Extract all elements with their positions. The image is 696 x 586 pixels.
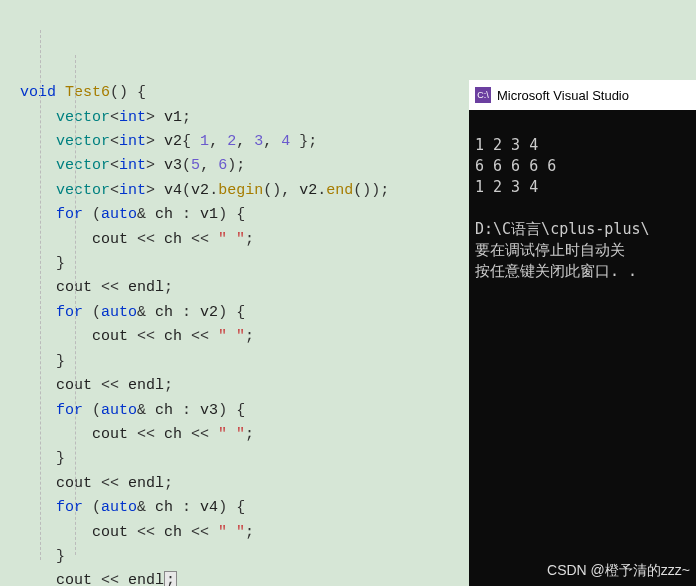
console-title-bar[interactable]: C:\ Microsoft Visual Studio	[469, 80, 696, 110]
output-line: 要在调试停止时自动关	[475, 241, 625, 259]
indent-guide	[40, 30, 41, 560]
indent-guide	[75, 55, 76, 555]
output-line: 1 2 3 4	[475, 136, 538, 154]
watermark: CSDN @橙予清的zzz~	[547, 562, 690, 580]
console-title: Microsoft Visual Studio	[497, 88, 629, 103]
vs-icon: C:\	[475, 87, 491, 103]
cursor: ;	[164, 571, 177, 586]
output-line: 按任意键关闭此窗口. .	[475, 262, 637, 280]
output-line: D:\C语言\cplus-plus\	[475, 220, 650, 238]
console-output: 1 2 3 4 6 6 6 6 6 1 2 3 4 D:\C语言\cplus-p…	[469, 110, 696, 307]
punctuation: ()	[110, 84, 128, 101]
class-name: vector	[56, 109, 110, 126]
open-brace: {	[128, 84, 146, 101]
console-window[interactable]: C:\ Microsoft Visual Studio 1 2 3 4 6 6 …	[469, 80, 696, 586]
output-line: 1 2 3 4	[475, 178, 538, 196]
output-line: 6 6 6 6 6	[475, 157, 556, 175]
function-name: Test6	[65, 84, 110, 101]
keyword: void	[20, 84, 56, 101]
